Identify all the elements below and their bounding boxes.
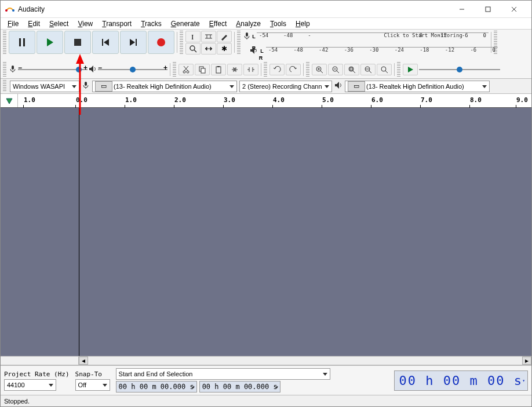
audio-host-combo[interactable]: Windows WASAPI	[10, 81, 79, 92]
copy-button[interactable]	[195, 64, 210, 75]
toolbar-grip[interactable]	[264, 62, 267, 77]
device-thumb-icon: ▭	[95, 81, 112, 92]
svg-text:I: I	[191, 32, 194, 41]
device-thumb-icon: ▭	[348, 81, 365, 92]
menu-analyze[interactable]: Analyze	[231, 19, 265, 29]
timeline-ruler[interactable]: 1.0 0.0 1.0 2.0 3.0 4.0 5.0 6.0 7.0 8.0 …	[1, 94, 531, 108]
play-meter-l: L	[259, 48, 265, 54]
fit-selection-button[interactable]	[344, 64, 359, 75]
envelope-tool[interactable]	[201, 31, 216, 42]
audio-position-time[interactable]: 00 h 00 m 00 s▾	[394, 370, 528, 391]
playback-speed-slider[interactable]	[419, 65, 500, 74]
device-toolbar: Windows WASAPI ▭(13- Realtek High Defini…	[1, 79, 531, 94]
toolbar-grip[interactable]	[173, 62, 176, 77]
monitor-hint[interactable]: Click to Start Monitoring	[384, 32, 462, 40]
microphone-icon	[243, 32, 251, 42]
selection-tool[interactable]: I	[185, 31, 201, 42]
playback-device-combo[interactable]: ▭(13- Realtek High Definition Audio)	[345, 81, 490, 92]
menu-help[interactable]: Help	[291, 19, 315, 29]
svg-rect-3	[486, 7, 490, 12]
menu-transport[interactable]: Transport	[97, 19, 136, 29]
recording-volume-slider[interactable]: −+	[18, 65, 88, 74]
skip-start-button[interactable]	[92, 31, 119, 54]
snap-to-combo[interactable]: Off	[75, 379, 110, 391]
svg-rect-46	[85, 82, 87, 86]
svg-rect-7	[23, 38, 25, 46]
menu-file[interactable]: File	[3, 19, 23, 29]
selection-mode-combo[interactable]: Start and End of Selection	[116, 368, 330, 380]
toolbar-grip[interactable]	[237, 31, 241, 54]
multi-tool[interactable]: ✱	[217, 43, 232, 54]
stop-button[interactable]	[64, 31, 91, 54]
svg-line-39	[353, 71, 355, 73]
recording-device-combo[interactable]: ▭(13- Realtek High Definition Audio)	[92, 81, 237, 92]
project-rate-combo[interactable]: 44100	[4, 379, 56, 391]
scroll-right-button[interactable]: ▸	[522, 357, 531, 365]
close-button[interactable]	[501, 1, 527, 18]
play-at-speed-button[interactable]	[403, 64, 418, 75]
svg-line-44	[385, 71, 388, 73]
menu-edit[interactable]: Edit	[23, 19, 45, 29]
svg-point-0	[5, 9, 8, 12]
pin-icon[interactable]	[5, 97, 13, 105]
menu-view[interactable]: View	[73, 19, 97, 29]
scroll-left-button[interactable]: ◂	[79, 357, 88, 365]
speaker-icon	[334, 81, 342, 91]
svg-line-17	[194, 50, 196, 52]
menu-generate[interactable]: Generate	[166, 19, 205, 29]
playback-meter[interactable]: -54 -48 -42 -36 -30 -24 -18 -12 -6 0	[266, 47, 498, 55]
svg-marker-48	[6, 99, 12, 104]
app-title: Audacity	[18, 5, 449, 13]
timeshift-tool[interactable]	[201, 43, 216, 54]
skip-end-button[interactable]	[120, 31, 147, 54]
toolbars: I ✱ L -54 -48 - Click to Start Monitorin…	[1, 30, 531, 79]
record-button[interactable]	[148, 31, 174, 54]
minimize-button[interactable]	[449, 1, 475, 18]
silence-button[interactable]	[243, 64, 258, 75]
toolbar-grip[interactable]	[180, 31, 183, 54]
menu-tools[interactable]: Tools	[265, 19, 291, 29]
playhead	[79, 108, 79, 356]
svg-marker-11	[104, 39, 109, 46]
redo-button[interactable]	[286, 64, 301, 75]
speaker-icon	[89, 65, 97, 75]
horizontal-scrollbar[interactable]: ◂ ▸	[1, 356, 531, 365]
svg-point-43	[381, 67, 386, 71]
svg-marker-20	[250, 47, 254, 54]
selection-end-time[interactable]: 00 h 00 m 00.000 s▾	[199, 381, 280, 393]
track-area[interactable]	[1, 108, 531, 356]
svg-point-16	[190, 46, 195, 50]
toolbar-grip[interactable]	[397, 62, 400, 77]
toolbar-grip[interactable]	[3, 31, 6, 54]
status-text: Stopped.	[4, 398, 30, 405]
zoom-tool[interactable]	[185, 43, 201, 54]
zoom-toggle-button[interactable]	[377, 64, 392, 75]
play-button[interactable]	[37, 31, 63, 54]
cut-button[interactable]	[178, 64, 194, 75]
recording-channels-combo[interactable]: 2 (Stereo) Recording Chann	[239, 81, 332, 92]
paste-button[interactable]	[211, 64, 226, 75]
svg-rect-9	[74, 39, 81, 46]
draw-tool[interactable]	[217, 31, 232, 42]
svg-rect-10	[102, 39, 103, 46]
pause-button[interactable]	[9, 31, 35, 54]
menu-select[interactable]: Select	[45, 19, 73, 29]
svg-marker-8	[47, 38, 53, 46]
playback-volume-slider[interactable]: −+	[98, 65, 167, 74]
menu-tracks[interactable]: Tracks	[136, 19, 166, 29]
selection-start-time[interactable]: 00 h 00 m 00.000 s▾	[116, 381, 197, 393]
zoom-out-button[interactable]	[328, 64, 343, 75]
toolbar-grip[interactable]	[3, 62, 6, 77]
zoom-in-button[interactable]	[312, 64, 327, 75]
trim-button[interactable]	[227, 64, 242, 75]
menu-effect[interactable]: Effect	[205, 19, 231, 29]
svg-rect-13	[136, 39, 137, 46]
svg-point-14	[157, 38, 165, 46]
toolbar-grip[interactable]	[306, 62, 309, 77]
maximize-button[interactable]	[475, 1, 501, 18]
fit-project-button[interactable]	[360, 64, 376, 75]
toolbar-grip[interactable]	[3, 80, 6, 92]
undo-button[interactable]	[269, 64, 285, 75]
svg-marker-47	[335, 82, 339, 89]
svg-rect-30	[217, 66, 220, 67]
